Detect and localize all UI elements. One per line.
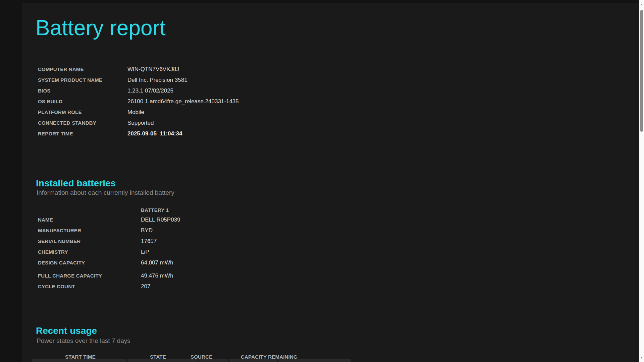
row-cell-state xyxy=(127,359,198,362)
table-row: CYCLE COUNT 207 xyxy=(0,281,369,292)
table-row: SERIAL NUMBER 17657 xyxy=(0,236,369,247)
table-row: DESIGN CAPACITY 64,007 mWh xyxy=(0,257,369,268)
scrollbar-thumb[interactable] xyxy=(640,10,643,132)
row-label: MANUFACTURER xyxy=(38,225,81,236)
battery-report-page: Battery report COMPUTER NAME WIN-QTN7V6V… xyxy=(0,0,644,362)
row-value: BYD xyxy=(141,225,153,236)
row-value: 26100.1.amd64fre.ge_release.240331-1435 xyxy=(127,96,239,107)
row-label: SERIAL NUMBER xyxy=(38,236,80,247)
scroll-up-icon[interactable]: ▲ xyxy=(639,2,644,7)
row-label: COMPUTER NAME xyxy=(38,64,84,75)
page-title: Battery report xyxy=(36,15,166,40)
row-cell-capacity-percent xyxy=(229,359,277,362)
table-row: OS BUILD 26100.1.amd64fre.ge_release.240… xyxy=(0,96,369,107)
row-cell-capacity-mwh xyxy=(278,359,351,362)
table-row: REPORT TIME 2025-09-05 11:04:34 xyxy=(0,128,369,139)
row-value: LiP xyxy=(141,247,149,257)
row-label: NAME xyxy=(38,215,53,225)
row-cell-source xyxy=(199,359,228,362)
table-row: SYSTEM PRODUCT NAME Dell Inc. Precision … xyxy=(0,75,369,85)
row-value: Supported xyxy=(127,118,154,128)
row-label: SYSTEM PRODUCT NAME xyxy=(38,75,102,85)
row-label: OS BUILD xyxy=(38,96,62,107)
section-heading-recent-usage: Recent usage xyxy=(36,325,97,336)
row-label: REPORT TIME xyxy=(38,128,73,139)
row-value: 207 xyxy=(141,281,150,292)
scroll-down-icon[interactable]: ▼ xyxy=(639,355,644,360)
section-subtitle: Information about each currently install… xyxy=(37,189,174,196)
table-row: MANUFACTURER BYD xyxy=(0,225,369,236)
section-subtitle: Power states over the last 7 days xyxy=(37,337,130,345)
row-label: CONNECTED STANDBY xyxy=(38,118,96,128)
row-value: 17657 xyxy=(141,236,157,247)
row-cell-start-time xyxy=(32,359,126,362)
table-row: COMPUTER NAME WIN-QTN7V6VKJ8J xyxy=(0,64,369,75)
row-label: FULL CHARGE CAPACITY xyxy=(38,270,102,281)
vertical-scrollbar[interactable]: ▲ ▼ xyxy=(639,0,644,362)
table-row: CHEMISTRY LiP xyxy=(0,247,369,257)
row-value: Dell Inc. Precision 3581 xyxy=(127,75,187,85)
column-header-battery1: BATTERY 1 xyxy=(141,207,169,213)
row-value: 49,476 mWh xyxy=(141,270,173,281)
table-row: BIOS 1.23.1 07/02/2025 xyxy=(0,85,369,96)
table-row: NAME DELL R05P039 xyxy=(0,215,369,225)
report-time-value: 2025-09-05 11:04:34 xyxy=(127,128,182,139)
row-label: CYCLE COUNT xyxy=(38,281,75,292)
row-label: BIOS xyxy=(38,85,50,96)
section-heading-installed-batteries: Installed batteries xyxy=(36,178,116,189)
table-row: FULL CHARGE CAPACITY 49,476 mWh xyxy=(0,270,369,281)
table-row: PLATFORM ROLE Mobile xyxy=(0,107,369,118)
row-value: WIN-QTN7V6VKJ8J xyxy=(127,64,179,75)
row-value: DELL R05P039 xyxy=(141,215,180,225)
row-value: 64,007 mWh xyxy=(141,257,173,268)
table-row: CONNECTED STANDBY Supported xyxy=(0,118,369,128)
row-value: Mobile xyxy=(127,107,144,118)
row-label: DESIGN CAPACITY xyxy=(38,257,85,268)
row-label: PLATFORM ROLE xyxy=(38,107,82,118)
row-label: CHEMISTRY xyxy=(38,247,68,257)
row-value: 1.23.1 07/02/2025 xyxy=(127,85,173,96)
